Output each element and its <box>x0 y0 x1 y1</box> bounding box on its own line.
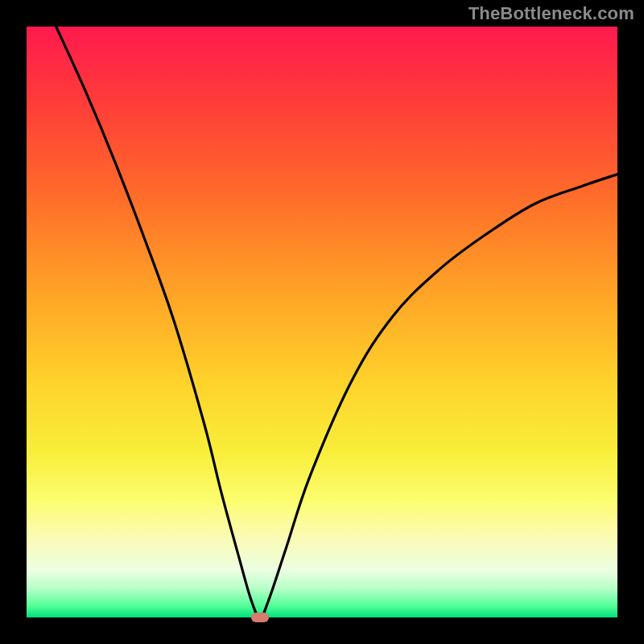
plot-area <box>27 27 617 617</box>
chart-frame: TheBottleneck.com <box>0 0 644 644</box>
watermark-text: TheBottleneck.com <box>469 3 634 24</box>
bottleneck-curve <box>27 27 617 617</box>
optimum-marker <box>251 613 269 622</box>
